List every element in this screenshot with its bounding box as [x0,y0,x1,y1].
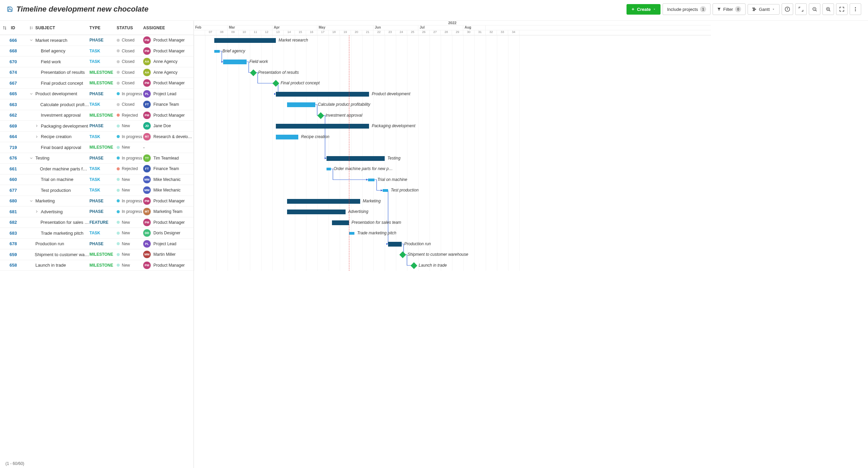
gantt-bar[interactable] [327,156,385,161]
wp-id[interactable]: 674 [0,70,29,75]
gantt-row[interactable]: Advertising [194,207,711,218]
wp-subject[interactable]: Field work [29,59,89,64]
table-row[interactable]: 665Product developmentPHASEIn progressPL… [0,89,194,100]
wp-subject[interactable]: Production run [29,241,89,246]
fullscreen-button[interactable] [836,3,848,15]
table-row[interactable]: 668Brief agencyTASKClosedPMProduct Manag… [0,46,194,57]
table-row[interactable]: 660Trial on machineTASKNewMMMike Mechani… [0,174,194,185]
wp-subject[interactable]: Marketing [29,198,89,203]
wp-subject[interactable]: Packaging development [29,123,89,129]
table-row[interactable]: 666Market researchPHASEClosedPMProduct M… [0,35,194,46]
gantt-milestone[interactable] [317,112,324,119]
gantt-row[interactable]: Brief agency [194,46,711,57]
gantt-row[interactable]: Investment approval [194,111,711,121]
chevron-right-icon[interactable] [35,135,39,139]
gantt-milestone[interactable] [399,251,406,258]
table-row[interactable]: 674Presentation of resultsMILESTONEClose… [0,67,194,78]
wp-id[interactable]: 660 [0,177,29,182]
wp-subject[interactable]: Product development [29,91,89,96]
wp-subject[interactable]: Brief agency [29,48,89,53]
table-row[interactable]: 663Calculate product profitabilityTASKCl… [0,99,194,110]
chevron-down-icon[interactable] [29,92,33,96]
gantt-row[interactable]: Recipe creation [194,132,711,143]
save-icon[interactable] [7,6,13,12]
wp-id[interactable]: 670 [0,59,29,64]
table-row[interactable]: 670Field workTASKClosedAAAnne Agency [0,56,194,67]
include-projects-button[interactable]: Include projects 1 [663,3,711,15]
wp-id[interactable]: 680 [0,198,29,203]
more-button[interactable] [850,3,861,15]
gantt-chart[interactable]: 2022 FebMarAprMayJunJulAug 0708091011121… [194,21,868,468]
gantt-bar[interactable] [276,92,369,97]
gantt-row[interactable]: Trade marketing pitch [194,228,711,239]
wp-id[interactable]: 665 [0,91,29,96]
gantt-bar[interactable] [287,210,346,214]
col-header-subject[interactable]: SUBJECT [29,26,89,30]
table-row[interactable]: 677Test productionTASKNewMMMike Mechanic [0,185,194,196]
table-row[interactable]: 678Production runPHASENewPLProject Lead [0,239,194,250]
wp-id[interactable]: 666 [0,38,29,43]
gantt-row[interactable]: Production run [194,239,711,250]
wp-id[interactable]: 658 [0,263,29,268]
gantt-bar[interactable] [383,189,388,192]
gantt-row[interactable]: Test production [194,185,711,196]
gantt-row[interactable]: Calculate product profitability [194,100,711,111]
zoom-out-button[interactable] [809,3,820,15]
gantt-milestone[interactable] [272,80,279,87]
table-row[interactable]: 680MarketingPHASEIn progressPMProduct Ma… [0,196,194,207]
view-selector-button[interactable]: Gantt [748,4,780,15]
gantt-milestone[interactable] [411,262,417,269]
wp-subject[interactable]: Launch in trade [29,263,89,268]
wp-id[interactable]: 719 [0,145,29,150]
sort-icon[interactable] [3,26,7,30]
wp-id[interactable]: 661 [0,166,29,171]
table-row[interactable]: 682Presentation for sales teamFEATURENew… [0,217,194,228]
table-row[interactable]: 719Final board approvalMILESTONENew- [0,142,194,153]
chevron-down-icon[interactable] [29,156,33,160]
gantt-row[interactable]: Final product concept [194,78,711,89]
wp-subject[interactable]: Presentation of results [29,70,89,75]
table-row[interactable]: 661Order machine parts for new p…TASKRej… [0,164,194,174]
table-row[interactable]: 683Trade marketing pitchTASKNewDDDoris D… [0,228,194,239]
gantt-row[interactable]: Market research [194,35,711,46]
table-row[interactable]: 681AdvertisingPHASEIn progressMTMarketin… [0,206,194,217]
wp-id[interactable]: 682 [0,220,29,225]
gantt-bar[interactable] [223,60,247,64]
gantt-row[interactable] [194,143,711,153]
wp-id[interactable]: 669 [0,123,29,129]
gantt-bar[interactable] [332,220,349,225]
wp-subject[interactable]: Trade marketing pitch [29,231,89,236]
gantt-bar[interactable] [388,242,402,247]
col-header-id[interactable]: ID [10,26,29,30]
wp-subject[interactable]: Order machine parts for new p… [29,166,89,171]
wp-subject[interactable]: Investment approval [29,113,89,118]
gantt-bar[interactable] [349,232,355,235]
wp-subject[interactable]: Final board approval [29,145,89,150]
gantt-row[interactable]: Shipment to customer warehouse [194,250,711,261]
table-row[interactable]: 658Launch in tradeMILESTONENewPMProduct … [0,260,194,271]
col-header-status[interactable]: STATUS [117,26,143,30]
wp-id[interactable]: 663 [0,102,29,107]
col-header-assignee[interactable]: ASSIGNEE [143,26,194,30]
table-row[interactable]: 667Final product conceptMILESTONEClosedP… [0,78,194,89]
col-header-type[interactable]: TYPE [89,26,117,30]
table-row[interactable]: 662Investment approvalMILESTONERejectedP… [0,110,194,121]
wp-subject[interactable]: Advertising [29,209,89,214]
wp-subject[interactable]: Recipe creation [29,134,89,139]
gantt-row[interactable]: Order machine parts for new p… [194,164,711,175]
wp-subject[interactable]: Market research [29,38,89,43]
chevron-down-icon[interactable] [29,38,33,42]
wp-subject[interactable]: Shipment to customer warehouse [29,252,89,257]
gantt-bar[interactable] [327,168,331,170]
wp-id[interactable]: 664 [0,134,29,139]
wp-id[interactable]: 677 [0,188,29,193]
table-row[interactable]: 664Recipe creationTASKIn progressRTResea… [0,132,194,143]
gantt-row[interactable]: Product development [194,89,711,100]
wp-id[interactable]: 683 [0,231,29,236]
gantt-row[interactable]: Field work [194,57,711,68]
gantt-row[interactable]: Presentation for sales team [194,218,711,229]
wp-id[interactable]: 676 [0,155,29,161]
gantt-bar[interactable] [287,102,315,107]
gantt-bar[interactable] [276,135,298,139]
zen-mode-button[interactable] [795,3,807,15]
